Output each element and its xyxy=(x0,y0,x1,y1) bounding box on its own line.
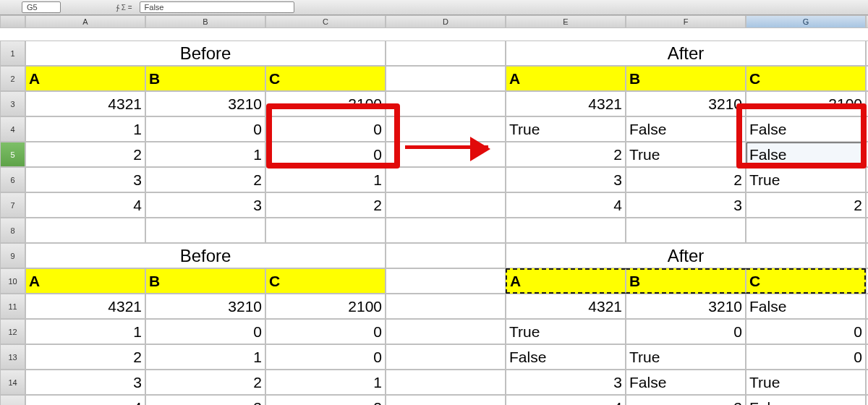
cell-G4[interactable]: False xyxy=(746,116,866,142)
cell-D13[interactable] xyxy=(386,344,506,370)
row-header-3[interactable]: 3 xyxy=(0,91,25,116)
cell-A14[interactable]: 3 xyxy=(25,370,145,395)
cell-A5[interactable]: 2 xyxy=(25,142,145,167)
cell-C4[interactable]: 0 xyxy=(265,116,386,142)
cell-A4[interactable]: 1 xyxy=(25,116,145,142)
col-header-B[interactable]: B xyxy=(145,15,265,28)
cell-D2[interactable] xyxy=(386,66,506,91)
cell-C6[interactable]: 1 xyxy=(265,167,386,192)
row-header-10[interactable]: 10 xyxy=(0,268,25,294)
cell-F10[interactable]: B xyxy=(626,268,746,294)
cell-D7[interactable] xyxy=(386,192,506,218)
row-header-7[interactable]: 7 xyxy=(0,192,25,218)
row-header-8[interactable]: 8 xyxy=(0,218,25,243)
cell-D6[interactable] xyxy=(386,167,506,192)
cell-C8[interactable] xyxy=(265,218,386,243)
cell-C10[interactable]: C xyxy=(265,268,386,294)
cell-E11[interactable]: 4321 xyxy=(506,294,626,319)
col-header-A[interactable]: A xyxy=(25,15,145,28)
cell-C5[interactable]: 0 xyxy=(265,142,386,167)
spreadsheet-grid[interactable]: A B C D E F G 1 Before After 2 A B C A B… xyxy=(0,15,868,405)
cell-G6[interactable]: True xyxy=(746,167,866,192)
cell-E3[interactable]: 4321 xyxy=(506,91,626,116)
cell-G5[interactable]: False xyxy=(746,142,866,167)
cell-G14[interactable]: True xyxy=(746,370,866,395)
cell-G3[interactable]: 2100 xyxy=(746,91,866,116)
cell-D12[interactable] xyxy=(386,319,506,344)
row-header-2[interactable]: 2 xyxy=(0,66,25,91)
cell-A12[interactable]: 1 xyxy=(25,319,145,344)
row-header-4[interactable]: 4 xyxy=(0,116,25,142)
cell-G13[interactable]: 0 xyxy=(746,344,866,370)
cell-G11[interactable]: False xyxy=(746,294,866,319)
row-header-1[interactable]: 1 xyxy=(0,40,25,66)
cell-D3[interactable] xyxy=(386,91,506,116)
cell-C3[interactable]: 2100 xyxy=(265,91,386,116)
cell-B6[interactable]: 2 xyxy=(145,167,265,192)
cell-A13[interactable]: 2 xyxy=(25,344,145,370)
cell-D15[interactable] xyxy=(386,395,506,405)
formula-input[interactable]: False xyxy=(140,1,294,13)
cell-E14[interactable]: 3 xyxy=(506,370,626,395)
cell-F2[interactable]: B xyxy=(626,66,746,91)
cell-C11[interactable]: 2100 xyxy=(265,294,386,319)
cell-D10[interactable] xyxy=(386,268,506,294)
cell-F8[interactable] xyxy=(626,218,746,243)
cell-F12[interactable]: 0 xyxy=(626,319,746,344)
cell-B7[interactable]: 3 xyxy=(145,192,265,218)
cell-G2[interactable]: C xyxy=(746,66,866,91)
cell-A8[interactable] xyxy=(25,218,145,243)
cell-C15[interactable]: 2 xyxy=(265,395,386,405)
cell-E13[interactable]: False xyxy=(506,344,626,370)
cell-C13[interactable]: 0 xyxy=(265,344,386,370)
cell-C14[interactable]: 1 xyxy=(265,370,386,395)
row-header-12[interactable]: 12 xyxy=(0,319,25,344)
cell-G8[interactable] xyxy=(746,218,866,243)
cell-B3[interactable]: 3210 xyxy=(145,91,265,116)
cell-E8[interactable] xyxy=(506,218,626,243)
cell-A6[interactable]: 3 xyxy=(25,167,145,192)
cell-F5[interactable]: True xyxy=(626,142,746,167)
cell-B4[interactable]: 0 xyxy=(145,116,265,142)
cell-C2[interactable]: C xyxy=(265,66,386,91)
cell-F15[interactable]: 3 xyxy=(626,395,746,405)
cell-A9[interactable]: Before xyxy=(25,243,386,268)
col-header-G[interactable]: G xyxy=(746,15,866,28)
cell-A3[interactable]: 4321 xyxy=(25,91,145,116)
cell-A1[interactable]: Before xyxy=(25,40,386,66)
cell-B10[interactable]: B xyxy=(145,268,265,294)
cell-F13[interactable]: True xyxy=(626,344,746,370)
cell-D9[interactable] xyxy=(386,243,506,268)
cell-G12[interactable]: 0 xyxy=(746,319,866,344)
cell-B5[interactable]: 1 xyxy=(145,142,265,167)
cell-E2[interactable]: A xyxy=(506,66,626,91)
cell-B11[interactable]: 3210 xyxy=(145,294,265,319)
row-header-6[interactable]: 6 xyxy=(0,167,25,192)
col-header-E[interactable]: E xyxy=(506,15,626,28)
cell-E9[interactable]: After xyxy=(506,243,866,268)
cell-A15[interactable]: 4 xyxy=(25,395,145,405)
cell-E15[interactable]: 4 xyxy=(506,395,626,405)
cell-G15[interactable]: False xyxy=(746,395,866,405)
col-header-F[interactable]: F xyxy=(626,15,746,28)
row-header-13[interactable]: 13 xyxy=(0,344,25,370)
name-box[interactable]: G5 xyxy=(22,1,61,13)
cell-F4[interactable]: False xyxy=(626,116,746,142)
cell-D5[interactable] xyxy=(386,142,506,167)
cell-G7[interactable]: 2 xyxy=(746,192,866,218)
cell-B2[interactable]: B xyxy=(145,66,265,91)
cell-A7[interactable]: 4 xyxy=(25,192,145,218)
row-header-15[interactable]: 15 xyxy=(0,395,25,405)
cell-F7[interactable]: 3 xyxy=(626,192,746,218)
cell-C12[interactable]: 0 xyxy=(265,319,386,344)
cell-F14[interactable]: False xyxy=(626,370,746,395)
row-header-9[interactable]: 9 xyxy=(0,243,25,268)
cell-F11[interactable]: 3210 xyxy=(626,294,746,319)
cell-B13[interactable]: 1 xyxy=(145,344,265,370)
cell-F3[interactable]: 3210 xyxy=(626,91,746,116)
cell-E10[interactable]: A xyxy=(506,268,626,294)
row-header-14[interactable]: 14 xyxy=(0,370,25,395)
cell-D1[interactable] xyxy=(386,40,506,66)
cell-D8[interactable] xyxy=(386,218,506,243)
cell-A11[interactable]: 4321 xyxy=(25,294,145,319)
